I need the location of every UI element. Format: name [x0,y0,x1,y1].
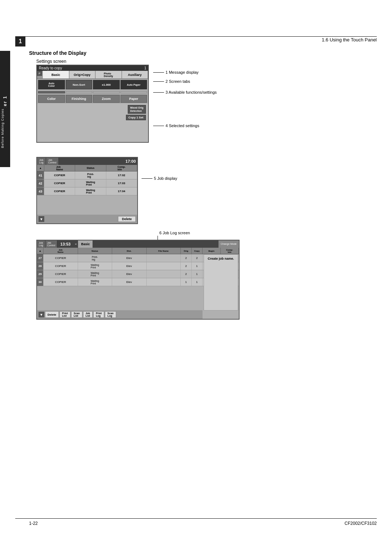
jd-tab-jobcontrol[interactable]: JobControl [46,158,59,165]
jls-hdr-jobname: JobName [44,248,78,254]
job-display-screen: JobLog JobControl 17:00 ▲ JobName Status… [36,157,138,224]
ss-label-color[interactable]: Color [38,95,65,103]
ss-btn-nonsort[interactable]: Non-Sort [66,80,93,89]
jls-tab-joblog-label: JobLog [39,242,43,247]
ann6-text: 6 Job Log screen [159,231,190,235]
jls-cell-29-file [147,270,181,278]
ss-selected-mixed-text: Mixed OrigDetection [130,106,143,112]
jls-btn-printlist[interactable]: PrintList [60,311,70,318]
jls-tab-joblog[interactable]: JobLog [37,240,45,248]
jls-cell-29-num: 29 [37,270,44,278]
ss-label-finishing-text: Finishing [72,97,86,101]
ss-selected-copy[interactable]: Copy 1 Set [126,115,146,120]
jd-header-complete: Comp-lete [106,165,137,171]
ss-tab-auxiliary[interactable]: Auxiliary [122,71,148,78]
ss-tab-basic[interactable]: Basic [43,71,69,78]
ss-btn-zoom-label: x1.000 [102,83,111,86]
jls-cell-27-orig: 2 [181,254,192,262]
jls-cell-28-dist: Elev [112,262,147,270]
jd-header-jobname: JobName [44,165,75,171]
jls-change-mode-btn[interactable]: Change Mode [219,240,239,248]
jls-cell-28-copy: 1 [192,262,203,270]
jd-cell-41-name: COPIER [44,171,75,179]
jls-btn-scanlog[interactable]: ScanLog [105,311,116,318]
ss-tab-auxiliary-label: Auxiliary [128,73,142,77]
ss-label-finishing[interactable]: Finishing [66,95,93,103]
page-number-box: 1 [15,36,25,46]
ann4-text: 4 Selected settings [166,123,199,128]
ss-label-color-text: Color [47,97,56,101]
jls-tab-jobcontrol[interactable]: JobControl [45,240,58,248]
footer-model: CF2002/CF3102 [344,521,377,526]
ann5-text: 5 Job display [154,176,177,181]
jls-cell-28-file [147,262,181,270]
jls-hdr-filename: File Name [147,248,181,254]
jls-create-job-text: Create job name. [208,257,234,260]
jls-hdr-status: Status [78,248,113,254]
jls-cell-30-dist: Elev [112,278,147,286]
ss-selected-mixed[interactable]: Mixed OrigDetection [128,105,146,114]
ss-top-bar: Ready to copy 1 [37,65,148,71]
jls-btn-scanlist-label: ScanList [74,312,80,317]
annotation-selected: 4 Selected settings [153,123,211,128]
jd-cell-41-num: 41 [37,171,44,179]
ss-label-zoom-text: Zoom [102,97,111,101]
jls-cell-30-status: WaitingPrint [78,278,113,286]
jd-time: 17:00 [126,159,137,163]
subsection-label: Settings screen [36,59,66,64]
jls-hdr-complete: Comp-lete [221,248,239,254]
ss-btn-autocolor[interactable]: AutoColor [38,80,65,89]
jd-cell-42-num: 42 [37,179,44,187]
jd-top-bar: JobLog JobControl 17:00 [37,158,137,165]
jls-btn-scanlog-label: ScanLog [107,312,114,317]
jd-scroll-icon[interactable]: ▼ [38,216,44,222]
jd-row-41: 41 COPIER Print-ing 17:02 [37,171,137,179]
jls-bottom-bar: ▼ Delete PrintList ScanList JobList Prin… [37,310,203,319]
jls-cell-27-copy: 2 [192,254,203,262]
jls-cell-29-name: COPIER [44,270,78,278]
ss-label-zoom[interactable]: Zoom [93,95,120,103]
jls-btn-delete[interactable]: Delete [45,311,59,318]
ss-tab-origcopy-label: Orig>Copy [74,73,90,77]
jls-cell-28-name: COPIER [44,262,78,270]
jls-cell-28-orig: 2 [181,262,192,270]
jls-time: 13:53 [57,242,73,246]
ss-top-num: 1 [144,66,146,70]
jls-scroll-icon[interactable]: ▼ [38,312,44,317]
jd-header: ▲ JobName Status Comp-lete [37,165,137,171]
jd-delete-button[interactable]: Delete [118,216,136,222]
jls-arrow: « [73,242,78,246]
ss-btn-zoom[interactable]: x1.000 [93,80,120,89]
jd-tab-joblog[interactable]: JobLog [37,158,46,165]
jd-cell-43-name: COPIER [44,187,75,195]
ss-tab-origcopy[interactable]: Orig>Copy [69,71,96,78]
ss-indicator-bars [37,90,148,94]
section-heading: Structure of the Display [29,50,86,56]
ss-printer-icon: P [37,71,42,76]
jls-create-job-panel: Create job name. [204,254,238,311]
ss-btn-autopaper[interactable]: Auto Paper [121,80,147,89]
chapter-number: 1 [19,38,22,45]
ss-selected-area: Mixed OrigDetection Copy 1 Set [37,104,148,123]
ss-btn-nonsort-label: Non-Sort [73,83,85,86]
ss-label-paper-text: Paper [129,97,138,101]
jls-btn-printlog[interactable]: PrintLog [93,311,104,318]
jd-row-42: 42 COPIER WaitingPrint 17:03 [37,179,137,187]
ss-label-paper[interactable]: Paper [121,95,147,103]
jls-cell-28-num: 28 [37,262,44,270]
jls-change-mode-label: Change Mode [221,243,237,246]
jls-header: ▲ JobName Status Dist. File Name Orig Co… [37,248,239,254]
jls-cell-27-status: Print-ing [78,254,113,262]
jls-cell-30-orig: 1 [181,278,192,286]
jls-cell-30-name: COPIER [44,278,78,286]
jls-btn-joblist[interactable]: JobList [83,311,93,318]
jd-cell-41-status: Print-ing [75,171,106,179]
jls-basic-tab[interactable]: Basic [78,240,93,248]
ss-tab-photodensity[interactable]: PhotoDensity [95,71,122,78]
footer-page-number: 1-22 [29,521,38,526]
jd-cell-42-status: WaitingPrint [75,179,106,187]
ss-functions-row1: AutoColor Non-Sort x1.000 Auto Paper [37,79,148,90]
jd-cell-43-time: 17:04 [106,187,137,195]
jls-btn-scanlist[interactable]: ScanList [71,311,82,318]
annotation-screen-tabs: 2 Screen tabs [153,79,204,84]
